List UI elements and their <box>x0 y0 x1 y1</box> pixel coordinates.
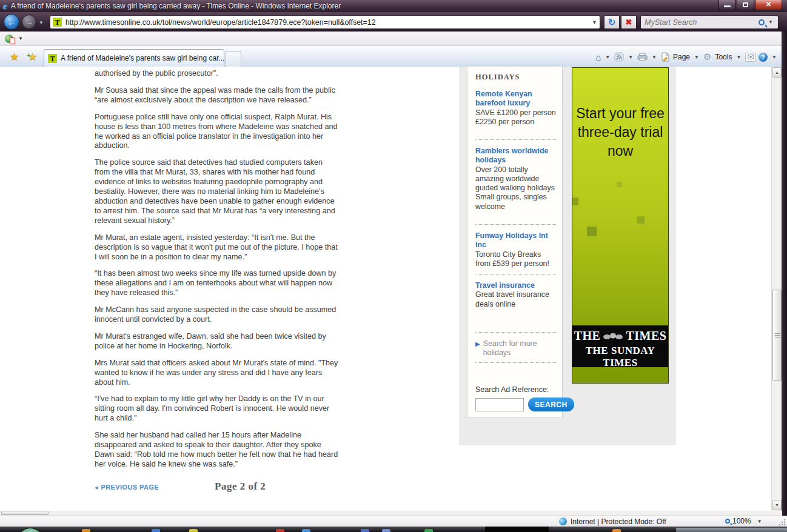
previous-page-link[interactable]: PREVIOUS PAGE <box>101 483 159 493</box>
taskbar-icon[interactable] <box>82 529 90 532</box>
scrollbar-thumb[interactable] <box>772 290 782 381</box>
ad-decoration <box>572 198 578 205</box>
stop-button[interactable]: ✖ <box>621 15 637 29</box>
scroll-up-button[interactable]: ▲ <box>772 67 782 78</box>
minimize-button[interactable] <box>718 0 736 10</box>
holidays-panel: HOLIDAYS Remote Kenyan barefoot luxury S… <box>467 67 563 418</box>
holiday-item: Ramblers worldwide holidays Over 200 tot… <box>475 147 556 211</box>
ad-reference-input[interactable] <box>475 398 524 411</box>
zoom-control[interactable]: 100% ▼ <box>725 517 762 525</box>
resize-grip[interactable] <box>779 519 786 526</box>
history-dropdown[interactable]: ▼ <box>39 20 44 25</box>
article-paragraph: Mrs Murat said that officers asked about… <box>95 359 338 388</box>
times-logo-the: THE <box>574 329 601 343</box>
search-input[interactable] <box>641 18 759 27</box>
print-dropdown-icon[interactable]: ▼ <box>652 55 657 60</box>
article-paragraph: Mr McCann has said anyone suspected in t… <box>95 305 338 325</box>
article-body: authorised by the public prosecutor”. Mr… <box>95 69 338 493</box>
forward-button[interactable]: → <box>22 15 36 29</box>
forward-icon: → <box>25 18 33 27</box>
times-crest-icon <box>603 333 623 340</box>
taskbar-icon[interactable] <box>189 529 198 532</box>
taskbar-icon[interactable] <box>152 529 160 532</box>
taskbar-icon[interactable] <box>361 529 369 532</box>
refresh-button[interactable]: ↻ <box>604 15 620 29</box>
window-title: A friend of Madeleine's parents saw girl… <box>11 2 341 10</box>
taskbar-icon[interactable] <box>276 529 284 532</box>
holiday-text: Over 200 totally amazing worldwide guide… <box>475 165 556 193</box>
taskbar-icon[interactable] <box>424 529 433 532</box>
active-tab[interactable]: T A friend of Madeleine's parents saw gi… <box>44 49 224 67</box>
internet-zone-icon <box>559 517 567 525</box>
page-menu-button[interactable]: Page <box>673 53 690 61</box>
new-tab-button[interactable] <box>226 51 241 67</box>
page-viewport: authorised by the public prosecutor”. Mr… <box>0 67 782 511</box>
taskbar-icon[interactable] <box>302 529 310 532</box>
search-more-holidays-link[interactable]: ▶ Search for more holidays <box>475 339 556 358</box>
holiday-text: Small groups, singles welcome <box>475 193 556 211</box>
zoom-level: 100% <box>732 517 751 525</box>
close-icon: ✕ <box>755 1 782 8</box>
favorites-star-icon[interactable]: ★ <box>10 50 19 63</box>
help-icon[interactable]: ? <box>759 53 768 62</box>
taskbar-window-button[interactable] <box>676 528 787 532</box>
window-controls: ✕ <box>718 0 782 10</box>
start-orb-icon[interactable] <box>17 528 44 532</box>
holiday-text: Toronto City Breaks <box>475 250 556 259</box>
zoom-icon <box>725 519 730 524</box>
page-icon <box>661 52 669 62</box>
tools-menu-button[interactable]: Tools <box>715 53 732 61</box>
url-text[interactable]: http://www.timesonline.co.uk/tol/news/wo… <box>65 18 376 27</box>
search-icon[interactable] <box>759 19 765 25</box>
holiday-link[interactable]: Ramblers worldwide holidays <box>475 147 556 165</box>
home-icon[interactable]: ⌂ <box>595 52 601 62</box>
times-logo-band: THE TIMES THE SUNDAY TIMES <box>572 325 668 367</box>
tools-dropdown-icon[interactable]: ▼ <box>736 55 741 60</box>
taskbar-icon[interactable] <box>382 529 390 532</box>
command-toolbar: ⌂ ▼ ▼ ▼ Page ▼ ⚙ Tools ▼ ✉ ? ▼ <box>595 49 779 65</box>
search-more-label: Search for more holidays <box>483 339 556 358</box>
zoom-dropdown-icon[interactable]: ▼ <box>757 519 762 524</box>
feed-dropdown-icon[interactable]: ▼ <box>628 55 633 60</box>
holiday-link[interactable]: Remote Kenyan barefoot luxury <box>475 90 556 108</box>
print-icon[interactable] <box>637 52 648 62</box>
minimize-icon <box>724 5 731 7</box>
address-bar[interactable]: T http://www.timesonline.co.uk/tol/news/… <box>50 15 600 29</box>
close-button[interactable]: ✕ <box>755 0 782 10</box>
tab-bar: ★ ★+ T A friend of Madeleine's parents s… <box>0 46 787 67</box>
address-dropdown-icon[interactable]: ▼ <box>592 19 597 25</box>
divider <box>475 139 556 140</box>
search-button[interactable]: SEARCH <box>528 397 574 411</box>
help-dropdown-icon[interactable]: ▼ <box>772 55 777 60</box>
arrow-right-icon: ▶ <box>475 339 480 358</box>
mail-icon[interactable]: ✉ <box>745 53 756 62</box>
hscrollbar-thumb[interactable] <box>1 511 49 515</box>
vertical-scrollbar[interactable]: ▲ ▼ <box>771 67 782 511</box>
scroll-down-button[interactable]: ▼ <box>772 500 782 510</box>
article-paragraph: Mr Murat, an estate agent, insisted yest… <box>95 233 338 262</box>
pdf-convert-icon[interactable] <box>5 35 13 43</box>
back-button[interactable]: ← <box>4 14 19 30</box>
feed-icon[interactable] <box>614 52 624 62</box>
restore-button[interactable] <box>737 0 754 10</box>
arrow-up-icon: ▲ <box>775 70 779 75</box>
taskbar-icon[interactable] <box>612 529 621 532</box>
navigation-bar: ← → ▼ T http://www.timesonline.co.uk/tol… <box>0 12 787 32</box>
times-trial-ad[interactable]: Start your free three-day trial now THE … <box>572 67 669 384</box>
ie-logo-icon: e <box>3 2 7 10</box>
horizontal-scrollbar[interactable] <box>0 511 782 516</box>
search-dropdown-icon[interactable]: ▼ <box>768 19 773 25</box>
pdf-dropdown-icon[interactable]: ▼ <box>18 36 23 41</box>
home-dropdown-icon[interactable]: ▼ <box>605 55 610 60</box>
holiday-link[interactable]: Travel insurance <box>475 281 556 290</box>
holiday-link[interactable]: Funway Holidays Int Inc <box>475 231 556 250</box>
tab-title: A friend of Madeleine's parents saw girl… <box>61 54 224 62</box>
page-dropdown-icon[interactable]: ▼ <box>694 55 699 60</box>
ad-reference-label: Search Ad Reference: <box>475 385 556 394</box>
plus-icon: + <box>27 52 30 59</box>
add-favorite-icon[interactable]: ★+ <box>28 50 37 63</box>
holiday-item: Remote Kenyan barefoot luxury SAVE £1200… <box>475 90 556 127</box>
ad-decoration <box>617 182 622 187</box>
divider <box>475 332 556 333</box>
windows-taskbar[interactable] <box>0 527 787 532</box>
